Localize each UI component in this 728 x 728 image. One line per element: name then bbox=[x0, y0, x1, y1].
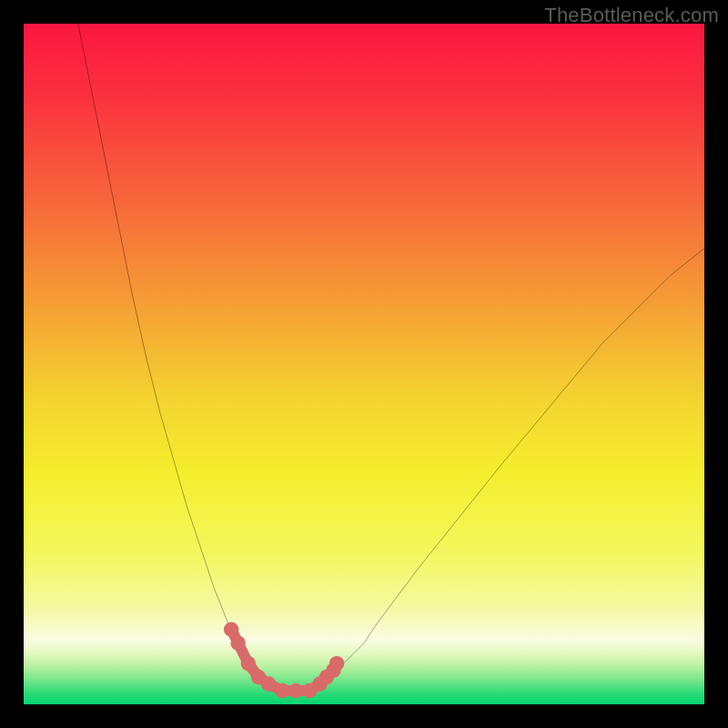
plot-area bbox=[24, 24, 704, 704]
outer-frame: TheBottleneck.com bbox=[0, 0, 728, 728]
curve-bottleneck-left-curve bbox=[78, 24, 268, 684]
curve-layer bbox=[78, 24, 704, 691]
marker-dot bbox=[261, 676, 276, 691]
marker-dot bbox=[329, 656, 344, 671]
marker-dot bbox=[241, 656, 256, 671]
curve-bottleneck-right-curve bbox=[323, 248, 704, 684]
watermark-text: TheBottleneck.com bbox=[544, 4, 719, 27]
marker-dot bbox=[230, 635, 245, 650]
marker-layer bbox=[224, 622, 344, 698]
chart-svg bbox=[24, 24, 704, 704]
marker-dot bbox=[275, 683, 289, 698]
marker-dot bbox=[288, 683, 303, 698]
marker-dot bbox=[224, 622, 238, 636]
